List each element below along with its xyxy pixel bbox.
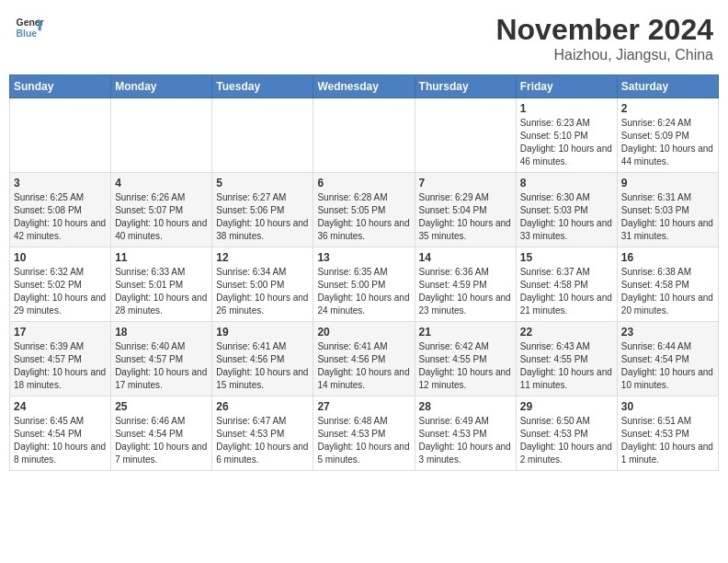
day-info: Sunrise: 6:34 AM Sunset: 5:00 PM Dayligh… <box>216 266 309 317</box>
day-info: Sunrise: 6:35 AM Sunset: 5:00 PM Dayligh… <box>317 266 410 317</box>
calendar-cell: 28Sunrise: 6:49 AM Sunset: 4:53 PM Dayli… <box>415 396 516 471</box>
day-info: Sunrise: 6:39 AM Sunset: 4:57 PM Dayligh… <box>14 340 107 392</box>
calendar-cell: 23Sunrise: 6:44 AM Sunset: 4:54 PM Dayli… <box>617 322 718 396</box>
day-header-sunday: Sunday <box>10 75 111 98</box>
day-info: Sunrise: 6:37 AM Sunset: 4:58 PM Dayligh… <box>520 266 613 317</box>
day-number: 5 <box>216 177 309 190</box>
calendar-cell: 27Sunrise: 6:48 AM Sunset: 4:53 PM Dayli… <box>313 396 415 471</box>
day-info: Sunrise: 6:43 AM Sunset: 4:55 PM Dayligh… <box>520 340 613 392</box>
day-number: 24 <box>14 400 107 413</box>
day-number: 22 <box>520 326 613 339</box>
day-header-friday: Friday <box>516 75 617 98</box>
day-number: 23 <box>621 326 714 339</box>
day-number: 28 <box>419 400 512 413</box>
calendar-cell: 14Sunrise: 6:36 AM Sunset: 4:59 PM Dayli… <box>415 247 516 322</box>
day-info: Sunrise: 6:41 AM Sunset: 4:56 PM Dayligh… <box>216 340 309 392</box>
day-info: Sunrise: 6:31 AM Sunset: 5:03 PM Dayligh… <box>621 191 714 243</box>
day-info: Sunrise: 6:25 AM Sunset: 5:08 PM Dayligh… <box>14 191 107 243</box>
day-number: 16 <box>621 251 714 264</box>
calendar-cell: 18Sunrise: 6:40 AM Sunset: 4:57 PM Dayli… <box>111 322 212 396</box>
day-header-thursday: Thursday <box>415 75 516 98</box>
calendar-cell: 26Sunrise: 6:47 AM Sunset: 4:53 PM Dayli… <box>212 396 313 471</box>
day-info: Sunrise: 6:26 AM Sunset: 5:07 PM Dayligh… <box>115 191 208 243</box>
calendar-cell: 30Sunrise: 6:51 AM Sunset: 4:53 PM Dayli… <box>617 396 718 471</box>
week-row-3: 10Sunrise: 6:32 AM Sunset: 5:02 PM Dayli… <box>10 247 719 322</box>
week-row-1: 1Sunrise: 6:23 AM Sunset: 5:10 PM Daylig… <box>10 98 719 173</box>
calendar-cell: 19Sunrise: 6:41 AM Sunset: 4:56 PM Dayli… <box>212 322 313 396</box>
day-header-tuesday: Tuesday <box>212 75 313 98</box>
day-number: 30 <box>621 400 714 413</box>
day-info: Sunrise: 6:41 AM Sunset: 4:56 PM Dayligh… <box>317 340 410 392</box>
day-number: 1 <box>520 102 613 115</box>
day-info: Sunrise: 6:46 AM Sunset: 4:54 PM Dayligh… <box>115 415 208 466</box>
week-row-4: 17Sunrise: 6:39 AM Sunset: 4:57 PM Dayli… <box>10 322 719 396</box>
day-info: Sunrise: 6:48 AM Sunset: 4:53 PM Dayligh… <box>317 415 410 466</box>
day-number: 27 <box>317 400 410 413</box>
day-number: 3 <box>14 177 107 190</box>
day-number: 17 <box>14 326 107 339</box>
calendar-cell <box>10 98 111 173</box>
day-number: 4 <box>115 177 208 190</box>
calendar-cell: 5Sunrise: 6:27 AM Sunset: 5:06 PM Daylig… <box>212 173 313 247</box>
day-info: Sunrise: 6:27 AM Sunset: 5:06 PM Dayligh… <box>216 191 309 243</box>
day-info: Sunrise: 6:29 AM Sunset: 5:04 PM Dayligh… <box>419 191 512 243</box>
day-number: 26 <box>216 400 309 413</box>
week-row-5: 24Sunrise: 6:45 AM Sunset: 4:54 PM Dayli… <box>10 396 719 471</box>
calendar-cell: 7Sunrise: 6:29 AM Sunset: 5:04 PM Daylig… <box>415 173 516 247</box>
svg-text:Blue: Blue <box>17 29 38 39</box>
calendar-cell <box>415 98 516 173</box>
day-info: Sunrise: 6:24 AM Sunset: 5:09 PM Dayligh… <box>621 117 714 168</box>
day-header-saturday: Saturday <box>617 75 718 98</box>
calendar-cell: 8Sunrise: 6:30 AM Sunset: 5:03 PM Daylig… <box>516 173 617 247</box>
title-block: November 2024 Haizhou, Jiangsu, China <box>495 13 713 63</box>
page-header: General Blue November 2024 Haizhou, Jian… <box>9 9 719 67</box>
calendar-table: SundayMondayTuesdayWednesdayThursdayFrid… <box>9 75 719 471</box>
day-header-monday: Monday <box>111 75 212 98</box>
calendar-cell: 2Sunrise: 6:24 AM Sunset: 5:09 PM Daylig… <box>617 98 718 173</box>
calendar-cell: 11Sunrise: 6:33 AM Sunset: 5:01 PM Dayli… <box>111 247 212 322</box>
calendar-cell: 13Sunrise: 6:35 AM Sunset: 5:00 PM Dayli… <box>313 247 415 322</box>
month-title: November 2024 <box>495 13 713 47</box>
day-number: 10 <box>14 251 107 264</box>
day-info: Sunrise: 6:23 AM Sunset: 5:10 PM Dayligh… <box>520 117 613 168</box>
week-row-2: 3Sunrise: 6:25 AM Sunset: 5:08 PM Daylig… <box>10 173 719 247</box>
day-info: Sunrise: 6:45 AM Sunset: 4:54 PM Dayligh… <box>14 415 107 466</box>
day-number: 8 <box>520 177 613 190</box>
day-info: Sunrise: 6:36 AM Sunset: 4:59 PM Dayligh… <box>419 266 512 317</box>
day-number: 9 <box>621 177 714 190</box>
calendar-cell: 4Sunrise: 6:26 AM Sunset: 5:07 PM Daylig… <box>111 173 212 247</box>
calendar-cell <box>111 98 212 173</box>
days-of-week-row: SundayMondayTuesdayWednesdayThursdayFrid… <box>10 75 719 98</box>
calendar-cell <box>212 98 313 173</box>
day-info: Sunrise: 6:47 AM Sunset: 4:53 PM Dayligh… <box>216 415 309 466</box>
calendar-cell: 16Sunrise: 6:38 AM Sunset: 4:58 PM Dayli… <box>617 247 718 322</box>
day-number: 15 <box>520 251 613 264</box>
day-info: Sunrise: 6:40 AM Sunset: 4:57 PM Dayligh… <box>115 340 208 392</box>
day-number: 7 <box>419 177 512 190</box>
calendar-cell: 6Sunrise: 6:28 AM Sunset: 5:05 PM Daylig… <box>313 173 415 247</box>
day-info: Sunrise: 6:32 AM Sunset: 5:02 PM Dayligh… <box>14 266 107 317</box>
day-number: 13 <box>317 251 410 264</box>
day-number: 25 <box>115 400 208 413</box>
day-info: Sunrise: 6:42 AM Sunset: 4:55 PM Dayligh… <box>419 340 512 392</box>
day-number: 11 <box>115 251 208 264</box>
day-number: 20 <box>317 326 410 339</box>
day-number: 2 <box>621 102 714 115</box>
calendar-cell: 20Sunrise: 6:41 AM Sunset: 4:56 PM Dayli… <box>313 322 415 396</box>
day-info: Sunrise: 6:49 AM Sunset: 4:53 PM Dayligh… <box>419 415 512 466</box>
calendar-header: SundayMondayTuesdayWednesdayThursdayFrid… <box>10 75 719 98</box>
day-number: 29 <box>520 400 613 413</box>
calendar-cell: 9Sunrise: 6:31 AM Sunset: 5:03 PM Daylig… <box>617 173 718 247</box>
calendar-cell: 29Sunrise: 6:50 AM Sunset: 4:53 PM Dayli… <box>516 396 617 471</box>
day-info: Sunrise: 6:50 AM Sunset: 4:53 PM Dayligh… <box>520 415 613 466</box>
calendar-body: 1Sunrise: 6:23 AM Sunset: 5:10 PM Daylig… <box>10 98 719 471</box>
calendar-cell: 1Sunrise: 6:23 AM Sunset: 5:10 PM Daylig… <box>516 98 617 173</box>
day-info: Sunrise: 6:28 AM Sunset: 5:05 PM Dayligh… <box>317 191 410 243</box>
day-info: Sunrise: 6:30 AM Sunset: 5:03 PM Dayligh… <box>520 191 613 243</box>
calendar-cell: 17Sunrise: 6:39 AM Sunset: 4:57 PM Dayli… <box>10 322 111 396</box>
logo-icon: General Blue <box>15 13 44 42</box>
calendar-cell: 10Sunrise: 6:32 AM Sunset: 5:02 PM Dayli… <box>10 247 111 322</box>
day-number: 18 <box>115 326 208 339</box>
day-number: 21 <box>419 326 512 339</box>
calendar-cell: 24Sunrise: 6:45 AM Sunset: 4:54 PM Dayli… <box>10 396 111 471</box>
